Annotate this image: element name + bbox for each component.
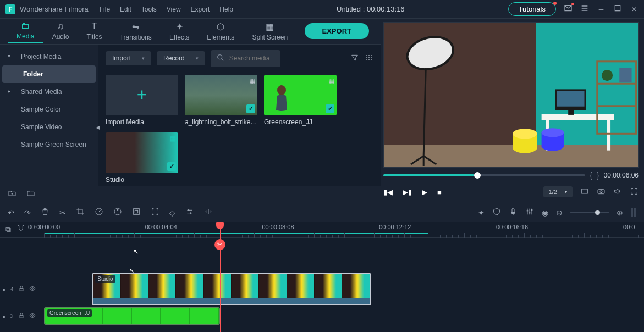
menu-tools[interactable]: Tools xyxy=(141,5,157,13)
tab-audio[interactable]: ♫ Audio xyxy=(43,19,78,43)
filter-icon[interactable] xyxy=(350,53,359,64)
svg-point-53 xyxy=(31,288,33,290)
stop-button[interactable]: ■ xyxy=(437,188,442,196)
svg-rect-51 xyxy=(531,209,533,211)
playhead-handle[interactable] xyxy=(216,222,224,229)
prev-frame-button[interactable]: ▮◀ xyxy=(383,188,393,196)
menu-file[interactable]: File xyxy=(100,5,110,13)
tab-titles[interactable]: T Titles xyxy=(78,19,111,43)
quality-icon[interactable] xyxy=(580,187,589,197)
sidebar-item-sample-green-screen[interactable]: Sample Green Screen xyxy=(0,136,98,153)
search-media-field[interactable] xyxy=(211,50,280,67)
import-dropdown[interactable]: Import xyxy=(106,51,151,65)
color-icon[interactable] xyxy=(113,207,122,218)
menu-export[interactable]: Export xyxy=(191,5,210,13)
zoom-fit-icon[interactable] xyxy=(631,208,636,217)
sidebar-item-project-media[interactable]: Project Media xyxy=(0,48,98,65)
render-icon[interactable]: ◉ xyxy=(542,208,548,217)
preview-viewport[interactable] xyxy=(383,22,639,168)
voiceover-icon[interactable] xyxy=(509,207,518,218)
visibility-icon[interactable] xyxy=(29,312,36,320)
sidebar-item-sample-video[interactable]: Sample Video xyxy=(0,118,98,136)
snapshot-icon[interactable] xyxy=(597,187,606,197)
track-manager-icon[interactable]: ⧉ xyxy=(5,225,11,234)
timeline-clip-greenscreen[interactable]: Greenscreen_JJ xyxy=(44,307,220,325)
import-media-tile[interactable]: + Import Media xyxy=(106,75,178,126)
tab-effects[interactable]: ✦ Effects xyxy=(161,19,198,43)
add-folder-icon[interactable] xyxy=(8,189,16,200)
crop-icon[interactable] xyxy=(76,207,85,218)
close-icon[interactable]: ✕ xyxy=(630,5,639,13)
tab-elements[interactable]: ⬡ Elements xyxy=(198,19,243,43)
plus-icon: + xyxy=(137,85,147,105)
visibility-icon[interactable] xyxy=(29,285,36,294)
menu-edit[interactable]: Edit xyxy=(120,5,131,13)
ruler-label: 00:00:04:04 xyxy=(145,224,177,230)
preview-scrubber[interactable] xyxy=(383,174,585,176)
svg-rect-31 xyxy=(619,68,631,82)
volume-icon[interactable] xyxy=(613,187,622,197)
speed-icon[interactable] xyxy=(95,207,103,218)
tab-transitions-label: Transitions xyxy=(120,34,152,41)
messages-icon[interactable] xyxy=(564,4,573,14)
play-button[interactable]: ▶ xyxy=(422,188,427,196)
marker-icon[interactable] xyxy=(492,207,501,218)
svg-point-30 xyxy=(602,70,613,81)
fullscreen-icon[interactable] xyxy=(630,187,639,197)
lock-icon[interactable] xyxy=(18,312,25,320)
tab-split-screen[interactable]: ▦ Split Screen xyxy=(243,19,296,43)
mark-in-icon[interactable]: { xyxy=(590,171,592,180)
svg-rect-25 xyxy=(557,91,585,106)
effects-icon[interactable]: ✦ xyxy=(478,208,485,217)
svg-point-37 xyxy=(542,128,564,137)
search-input[interactable] xyxy=(229,54,275,62)
scrubber-thumb[interactable] xyxy=(474,172,481,179)
record-dropdown[interactable]: Record xyxy=(157,51,205,65)
grid-view-icon[interactable] xyxy=(365,53,373,64)
menu-view[interactable]: View xyxy=(167,5,181,13)
zoom-out-icon[interactable]: ⊖ xyxy=(556,208,563,217)
collapse-sidebar-icon[interactable]: ◀ xyxy=(96,124,100,130)
media-clip-greenscreen[interactable]: ▦ ✓ Greenscreen_JJ xyxy=(264,75,337,126)
redo-icon[interactable]: ↷ xyxy=(24,208,31,217)
preview-zoom-dropdown[interactable]: 1/2 xyxy=(543,186,573,197)
mark-out-icon[interactable]: } xyxy=(597,171,599,180)
svg-rect-38 xyxy=(582,189,588,193)
undo-icon[interactable]: ↶ xyxy=(8,208,14,217)
minimize-icon[interactable]: ─ xyxy=(597,5,606,13)
lock-icon[interactable] xyxy=(18,285,25,294)
tab-transitions[interactable]: ⇋ Transitions xyxy=(111,19,161,43)
export-button[interactable]: EXPORT xyxy=(305,23,369,39)
media-clip-studio[interactable]: ▦ ✓ Studio xyxy=(106,132,178,184)
svg-point-8 xyxy=(366,59,367,60)
zoom-in-icon[interactable]: ⊕ xyxy=(617,208,623,217)
maximize-icon[interactable] xyxy=(613,4,622,14)
tab-media[interactable]: 🗀 Media xyxy=(8,19,43,43)
delete-icon[interactable] xyxy=(41,207,49,218)
sidebar-item-shared-media[interactable]: Shared Media xyxy=(0,83,98,101)
sidebar-item-folder[interactable]: Folder xyxy=(2,65,96,83)
audio-edit-icon[interactable] xyxy=(204,207,213,218)
folder-icon[interactable] xyxy=(26,189,35,200)
tutorials-button[interactable]: Tutorials xyxy=(508,2,556,16)
menu-icon[interactable] xyxy=(580,4,589,14)
split-icon[interactable]: ✂ xyxy=(59,208,66,217)
adjust-icon[interactable] xyxy=(185,207,194,218)
media-clip-lightning[interactable]: ▦ ✓ a_lightning_bolt_strikes_... xyxy=(185,75,257,126)
mixer-icon[interactable] xyxy=(525,207,534,218)
timeline-clip-studio[interactable]: Studio xyxy=(92,273,371,305)
timeline-ruler[interactable]: 00:00:00:0000:00:04:0400:00:08:0800:00:1… xyxy=(44,222,644,238)
next-frame-button[interactable]: ▶▮ xyxy=(403,188,412,196)
scissors-icon[interactable]: ✂ xyxy=(214,239,225,250)
keyframe-icon[interactable]: ◇ xyxy=(169,208,175,217)
svg-rect-54 xyxy=(20,316,23,318)
green-screen-icon[interactable] xyxy=(132,207,141,218)
elements-icon: ⬡ xyxy=(217,21,224,32)
sidebar-item-sample-color[interactable]: Sample Color xyxy=(0,101,98,118)
zoom-slider[interactable] xyxy=(570,212,609,213)
menu-help[interactable]: Help xyxy=(219,5,233,13)
svg-rect-21 xyxy=(542,114,614,120)
tab-titles-label: Titles xyxy=(86,33,102,41)
magnet-icon[interactable] xyxy=(16,224,25,235)
detect-icon[interactable] xyxy=(151,207,159,218)
